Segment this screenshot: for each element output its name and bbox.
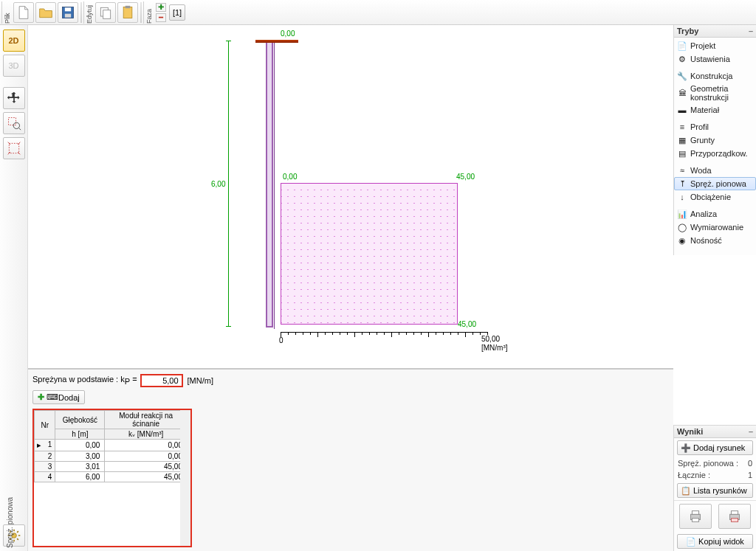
mode-label: Profil <box>690 122 709 131</box>
mode-label: Wymiarowanie <box>690 223 743 232</box>
kv-table[interactable]: Nr Głębokość Moduł reakcji na ścinanie h… <box>34 410 188 482</box>
copy-button[interactable] <box>95 2 116 23</box>
kv-profile-area <box>281 183 458 325</box>
mode-icon: ▬ <box>677 105 687 115</box>
svg-rect-4 <box>103 10 111 18</box>
pile-cap <box>255 40 298 43</box>
mode-item-analiza[interactable]: 📊Analiza <box>674 207 756 221</box>
mode-item-spr-pionowa[interactable]: ⤒Spręż. pionowa <box>674 177 756 190</box>
table-row[interactable]: ▸10,000,00 <box>35 440 188 451</box>
group-label-edit: Edytuj <box>83 1 94 24</box>
svg-rect-2 <box>65 13 71 17</box>
spring-panel: Spręż. pionowa Sprężyna w podstawie : kP… <box>28 369 673 551</box>
col-depth: Głębokość <box>55 411 105 429</box>
add-drawing-button[interactable]: ➕Dodaj rysunek <box>677 440 753 455</box>
drawing-canvas[interactable]: 6,00 0,00 0,00 45,00 45,00 0 50,00 [MN/m… <box>28 25 673 369</box>
x-axis: 0 50,00 [MN/m³] <box>281 332 502 350</box>
svg-rect-5 <box>123 7 132 18</box>
mode-label: Woda <box>690 166 712 175</box>
mode-item-konstrukcja[interactable]: 🔧Konstrukcja <box>674 69 756 83</box>
results-row2-label: Łącznie : <box>678 471 710 479</box>
modes-title: Tryby <box>677 27 698 35</box>
table-scrollbar[interactable] <box>180 410 190 546</box>
pan-button[interactable] <box>3 87 25 109</box>
mode-item-wymiarowanie[interactable]: ◯Wymiarowanie <box>674 221 756 234</box>
phase-add-button[interactable]: ✚ <box>156 3 166 12</box>
mode-icon: ▤ <box>677 148 687 159</box>
mode-item-przyporz-dkow-[interactable]: ▤Przyporządkow. <box>674 147 756 160</box>
y-dimension-line <box>228 41 229 327</box>
mode-icon: ◉ <box>677 235 687 246</box>
table-row[interactable]: 33,0145,00 <box>35 462 188 472</box>
mode-label: Przyporządkow. <box>690 149 748 158</box>
group-label-file: Plik <box>1 1 13 24</box>
save-file-button[interactable] <box>58 2 78 23</box>
svg-rect-15 <box>732 511 738 515</box>
mode-item-ustawienia[interactable]: ⚙Ustawienia <box>674 52 756 66</box>
modes-panel: Tryby– 📄Projekt⚙Ustawienia🔧Konstrukcja🏛G… <box>673 25 756 255</box>
print-button[interactable] <box>679 504 712 529</box>
mode-icon: ⚙ <box>677 54 687 64</box>
mode-label: Konstrukcja <box>690 72 732 80</box>
mode-icon: ↓ <box>677 192 687 202</box>
print-color-button[interactable] <box>718 504 751 529</box>
mode-item-profil[interactable]: ≡Profil <box>674 120 756 134</box>
mode-icon: 🏛 <box>677 88 687 98</box>
mode-label: Geometria konstrukcji <box>690 84 753 102</box>
pile-body <box>266 43 273 328</box>
col-mod-unit: kᵥ [MN/m³] <box>105 429 188 440</box>
list-drawings-button[interactable]: 📋Lista rysunków <box>677 483 753 498</box>
zoom-window-button[interactable] <box>3 112 25 134</box>
mode-label: Projekt <box>690 41 715 50</box>
results-title: Wyniki <box>677 427 703 436</box>
col-nr: Nr <box>35 411 55 440</box>
results-panel: Wyniki– ➕Dodaj rysunek Spręż. pionowa :0… <box>673 425 756 551</box>
add-row-button[interactable]: ✚⌨ Dodaj <box>32 390 85 404</box>
left-toolbar: 2D 3D <box>0 25 28 551</box>
phase-tab-1[interactable]: [1] <box>169 4 185 21</box>
group-label-phase: Faza <box>143 1 154 24</box>
results-row1-value: 0 <box>748 459 752 468</box>
paste-button[interactable] <box>117 2 138 23</box>
mode-icon: ≈ <box>677 165 687 176</box>
kv-table-container: Nr Głębokość Moduł reakcji na ścinanie h… <box>32 409 192 547</box>
svg-rect-1 <box>65 7 71 11</box>
zoom-extents-button[interactable] <box>3 137 25 159</box>
spring-panel-side-label: Spręż. pionowa <box>6 497 28 548</box>
view-2d-button[interactable]: 2D <box>3 30 25 52</box>
mode-item-geometria-konstrukcji[interactable]: 🏛Geometria konstrukcji <box>674 83 756 103</box>
mode-item-no-no-[interactable]: ◉Nośność <box>674 234 756 247</box>
mode-icon: ◯ <box>677 222 687 232</box>
col-mod: Moduł reakcji na ścinanie <box>105 411 188 429</box>
mode-item-materia-[interactable]: ▬Materiał <box>674 103 756 117</box>
mode-icon: 📄 <box>677 41 687 51</box>
label-right-bottom: 45,00 <box>458 320 476 328</box>
copy-view-button[interactable]: 📄Kopiuj widok <box>677 534 753 549</box>
mode-icon: 🔧 <box>677 71 687 81</box>
open-file-button[interactable] <box>35 2 56 23</box>
kp-input[interactable] <box>140 374 183 387</box>
svg-rect-6 <box>126 5 131 7</box>
table-row[interactable]: 23,000,00 <box>35 451 188 462</box>
svg-rect-13 <box>692 519 698 522</box>
svg-rect-7 <box>8 118 16 125</box>
mode-item-projekt[interactable]: 📄Projekt <box>674 39 756 52</box>
mode-label: Analiza <box>690 209 717 218</box>
phase-remove-button[interactable]: ━ <box>156 13 166 22</box>
spring-base-label: Sprężyna w podstawie : kP = <box>32 375 137 386</box>
mode-label: Materiał <box>690 105 719 114</box>
new-file-button[interactable] <box>13 2 34 23</box>
col-depth-unit: h [m] <box>55 429 105 440</box>
table-row[interactable]: 46,0045,00 <box>35 472 188 482</box>
mode-label: Obciążenie <box>690 193 731 201</box>
mode-item-woda[interactable]: ≈Woda <box>674 164 756 177</box>
kp-unit: [MN/m] <box>188 376 213 385</box>
mode-item-obci-enie[interactable]: ↓Obciążenie <box>674 190 756 204</box>
results-minimize[interactable]: – <box>749 427 753 436</box>
mode-item-grunty[interactable]: ▦Grunty <box>674 134 756 147</box>
view-3d-button[interactable]: 3D <box>3 55 25 77</box>
modes-minimize[interactable]: – <box>749 27 753 35</box>
mode-label: Spręż. pionowa <box>690 179 746 188</box>
svg-rect-9 <box>9 143 18 153</box>
top-toolbar: Plik Edytuj Faza ✚ ━ [1] <box>0 0 756 25</box>
